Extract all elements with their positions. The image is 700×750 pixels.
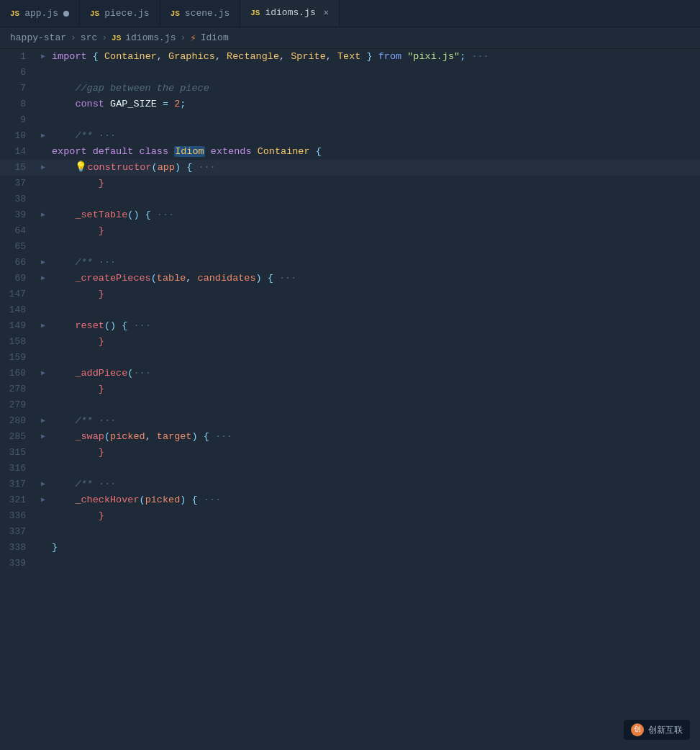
line-num-14: 14	[0, 144, 37, 160]
line-num-280: 280	[0, 413, 37, 429]
code-line-14: 14 export default class Idiom extends Co…	[0, 144, 700, 160]
tab-scene-js[interactable]: JS scene.js	[160, 0, 241, 27]
line-num-69: 69	[0, 271, 37, 286]
fold-316	[37, 461, 49, 476]
fold-160[interactable]: ▶	[37, 366, 49, 381]
tab-idioms-js[interactable]: JS idioms.js ✕	[240, 0, 340, 27]
code-line-316: 316	[0, 461, 700, 476]
line-content-39: _setTable() { ···	[49, 207, 700, 223]
fold-6	[37, 65, 49, 81]
line-content-147: }	[49, 286, 700, 302]
watermark-logo: 创	[631, 723, 644, 736]
code-line-7: 7 //gap between the piece	[0, 81, 700, 96]
fold-285[interactable]: ▶	[37, 429, 49, 445]
fold-149[interactable]: ▶	[37, 318, 49, 334]
fold-7	[37, 81, 49, 96]
tab-label-idioms: idioms.js	[265, 7, 315, 18]
fold-37	[37, 176, 49, 191]
line-num-159: 159	[0, 350, 37, 366]
breadcrumb-sep-1: ›	[71, 32, 76, 43]
line-num-37: 37	[0, 176, 37, 191]
code-line-66: 66 ▶ /** ···	[0, 255, 700, 271]
code-line-149: 149 ▶ reset() { ···	[0, 318, 700, 334]
tab-bar: JS app.js JS piece.js JS scene.js JS idi…	[0, 0, 700, 27]
js-icon-scene: JS	[171, 9, 180, 18]
line-content-15: 💡constructor(app) { ···	[49, 160, 700, 176]
fold-338	[37, 540, 49, 556]
fold-148	[37, 302, 49, 318]
fold-38	[37, 191, 49, 207]
code-line-37: 37 }	[0, 176, 700, 191]
fold-14	[37, 144, 49, 160]
js-icon-piece: JS	[90, 9, 99, 18]
line-content-10: /** ···	[49, 128, 700, 144]
fold-69[interactable]: ▶	[37, 271, 49, 286]
line-content-339	[49, 556, 700, 571]
fold-39[interactable]: ▶	[37, 207, 49, 223]
fold-8	[37, 96, 49, 112]
fold-10[interactable]: ▶	[37, 128, 49, 144]
line-content-316	[49, 461, 700, 476]
watermark-text: 创新互联	[648, 724, 683, 736]
line-num-315: 315	[0, 445, 37, 461]
code-line-279: 279	[0, 397, 700, 413]
line-num-9: 9	[0, 112, 37, 128]
line-content-321: _checkHover(picked) { ···	[49, 492, 700, 508]
code-line-285: 285 ▶ _swap(picked, target) { ···	[0, 429, 700, 445]
fold-158	[37, 334, 49, 350]
tab-label-app: app.js	[24, 8, 58, 19]
tab-piece-js[interactable]: JS piece.js	[80, 0, 160, 27]
code-line-339: 339	[0, 556, 700, 571]
line-content-37: }	[49, 176, 700, 191]
code-line-8: 8 const GAP_SIZE = 2;	[0, 96, 700, 112]
fold-1[interactable]: ▶	[37, 49, 49, 65]
line-content-158: }	[49, 334, 700, 350]
code-line-39: 39 ▶ _setTable() { ···	[0, 207, 700, 223]
fold-147	[37, 286, 49, 302]
code-line-6: 6	[0, 65, 700, 81]
line-num-15: 15	[0, 160, 37, 176]
code-line-278: 278 }	[0, 381, 700, 397]
line-num-64: 64	[0, 223, 37, 239]
fold-317[interactable]: ▶	[37, 476, 49, 492]
fold-280[interactable]: ▶	[37, 413, 49, 429]
breadcrumb: happy-star › src › JS idioms.js › ⚡ Idio…	[0, 27, 700, 49]
code-line-321: 321 ▶ _checkHover(picked) { ···	[0, 492, 700, 508]
line-content-159	[49, 350, 700, 366]
line-num-336: 336	[0, 508, 37, 524]
tab-app-js[interactable]: JS app.js	[0, 0, 80, 27]
code-line-64: 64 }	[0, 223, 700, 239]
fold-321[interactable]: ▶	[37, 492, 49, 508]
line-content-148	[49, 302, 700, 318]
line-num-160: 160	[0, 366, 37, 381]
fold-337	[37, 524, 49, 540]
fold-15[interactable]: ▶	[37, 160, 49, 176]
line-num-317: 317	[0, 476, 37, 492]
line-num-321: 321	[0, 492, 37, 508]
tab-label-piece: piece.js	[104, 8, 149, 19]
fold-66[interactable]: ▶	[37, 255, 49, 271]
code-line-337: 337	[0, 524, 700, 540]
line-num-285: 285	[0, 429, 37, 445]
tab-modified-dot	[63, 11, 69, 17]
line-content-65	[49, 239, 700, 255]
breadcrumb-file: idioms.js	[125, 32, 176, 43]
line-content-278: }	[49, 381, 700, 397]
code-line-280: 280 ▶ /** ···	[0, 413, 700, 429]
line-content-69: _createPieces(table, candidates) { ···	[49, 271, 700, 286]
line-num-158: 158	[0, 334, 37, 350]
tab-close-button[interactable]: ✕	[324, 7, 329, 18]
code-line-158: 158 }	[0, 334, 700, 350]
code-line-317: 317 ▶ /** ···	[0, 476, 700, 492]
code-line-147: 147 }	[0, 286, 700, 302]
line-content-285: _swap(picked, target) { ···	[49, 429, 700, 445]
line-num-147: 147	[0, 286, 37, 302]
line-num-338: 338	[0, 540, 37, 556]
line-num-278: 278	[0, 381, 37, 397]
code-line-148: 148	[0, 302, 700, 318]
breadcrumb-sep-3: ›	[180, 32, 186, 43]
fold-336	[37, 508, 49, 524]
line-content-9	[49, 112, 700, 128]
breadcrumb-js-icon: JS	[112, 34, 121, 42]
code-line-336: 336 }	[0, 508, 700, 524]
